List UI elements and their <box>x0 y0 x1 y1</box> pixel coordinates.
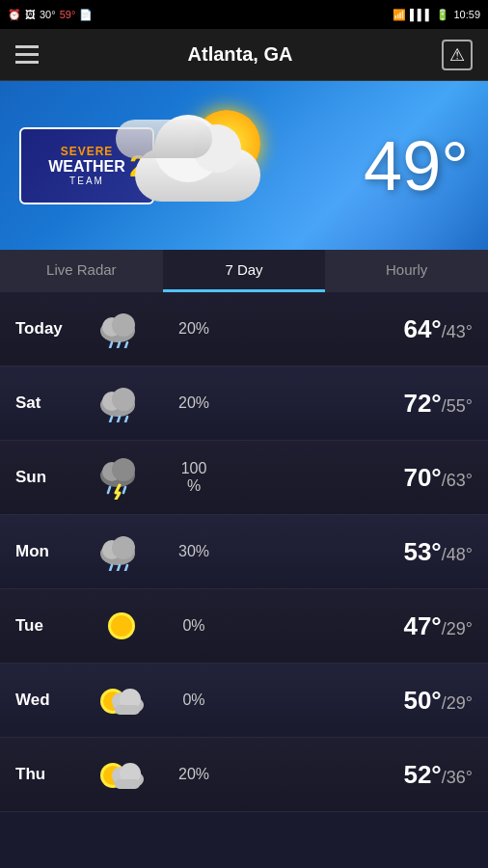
tab-hourly[interactable]: Hourly <box>325 250 488 292</box>
current-temperature: 49° <box>364 126 469 205</box>
photo-icon: 🖼 <box>25 9 36 20</box>
alert-button[interactable]: ⚠ <box>442 40 473 70</box>
menu-button[interactable] <box>15 45 39 64</box>
forecast-weather-icon <box>83 456 160 500</box>
svg-line-15 <box>108 487 110 493</box>
svg-point-19 <box>112 536 135 559</box>
forecast-row[interactable]: Tue 0% 47°/29° <box>0 589 488 664</box>
forecast-precip: 20% <box>160 766 228 783</box>
forecast-temps: 47°/29° <box>228 611 473 641</box>
weather-illustration <box>116 91 309 240</box>
svg-line-22 <box>125 565 127 571</box>
forecast-temps: 70°/63° <box>228 463 473 493</box>
forecast-precip: 20% <box>160 320 228 338</box>
status-temp2: 59° <box>60 9 76 20</box>
forecast-row[interactable]: Sat 20% 72°/55° <box>0 366 488 441</box>
forecast-temps: 53°/48° <box>228 537 473 567</box>
forecast-weather-icon <box>83 310 160 348</box>
menu-line-2 <box>15 53 39 56</box>
forecast-day: Sat <box>15 393 83 413</box>
svg-line-10 <box>118 417 120 422</box>
forecast-row[interactable]: Wed 0% 50°/29° <box>0 664 488 738</box>
forecast-day: Tue <box>15 616 83 636</box>
svg-line-16 <box>123 487 125 493</box>
status-temp1: 30° <box>40 9 56 20</box>
doc-icon: 📄 <box>79 9 93 21</box>
svg-line-11 <box>125 417 127 422</box>
city-title: Atlanta, GA <box>188 43 293 66</box>
logo-team: TEAM <box>69 176 104 186</box>
cloud-icon-2 <box>116 120 212 158</box>
forecast-weather-icon <box>83 603 160 649</box>
forecast-day: Sun <box>15 468 83 487</box>
tab-7-day[interactable]: 7 Day <box>163 250 326 292</box>
tab-7-day-label: 7 Day <box>225 261 262 278</box>
battery-icon: 🔋 <box>436 9 449 21</box>
menu-line-1 <box>15 45 39 48</box>
forecast-temps: 72°/55° <box>228 389 473 419</box>
status-bar: ⏰ 🖼 30° 59° 📄 📶 ▌▌▌ 🔋 10:59 <box>0 0 488 29</box>
forecast-temps: 50°/29° <box>228 686 473 716</box>
status-left: ⏰ 🖼 30° 59° 📄 <box>8 9 93 21</box>
svg-line-9 <box>110 417 112 422</box>
forecast-day: Wed <box>15 691 83 710</box>
tab-hourly-label: Hourly <box>386 261 427 278</box>
svg-point-24 <box>111 615 132 637</box>
tab-live-radar[interactable]: Live Radar <box>0 250 163 292</box>
svg-rect-30 <box>115 705 140 715</box>
svg-point-8 <box>112 388 135 411</box>
weather-hero: SEVERE WEATHER TEAM 2 49° <box>0 81 488 250</box>
forecast-row[interactable]: Mon 30% 53°/48° <box>0 515 488 589</box>
forecast-weather-icon <box>83 754 160 795</box>
signal-icon: ▌▌▌ <box>410 9 432 20</box>
svg-point-14 <box>112 458 135 481</box>
forecast-day: Thu <box>15 765 83 784</box>
clock: 10:59 <box>453 9 480 20</box>
forecast-temps: 64°/43° <box>228 314 473 344</box>
forecast-temps: 52°/36° <box>228 760 473 790</box>
forecast-weather-icon <box>83 532 160 571</box>
svg-rect-36 <box>115 779 140 789</box>
svg-line-5 <box>125 342 127 348</box>
tab-live-radar-label: Live Radar <box>46 261 117 278</box>
forecast-row[interactable]: Sun 100% 70°/63° <box>0 441 488 515</box>
forecast-row[interactable]: Today 20% 64°/43° <box>0 292 488 366</box>
forecast-day: Today <box>15 319 83 339</box>
forecast-precip: 30% <box>160 543 228 560</box>
logo-severe: SEVERE <box>61 145 114 158</box>
forecast-weather-icon <box>83 680 160 720</box>
tabs-bar: Live Radar 7 Day Hourly <box>0 250 488 292</box>
status-right: 📶 ▌▌▌ 🔋 10:59 <box>393 9 480 21</box>
forecast-precip: 0% <box>160 617 228 635</box>
nav-bar: Atlanta, GA ⚠ <box>0 29 488 81</box>
alert-triangle-icon: ⚠ <box>449 44 465 66</box>
logo-weather: WEATHER <box>48 158 125 176</box>
wifi-icon: 📶 <box>393 9 406 21</box>
forecast-weather-icon <box>83 384 160 422</box>
forecast-precip: 0% <box>160 692 228 709</box>
svg-line-20 <box>110 565 112 571</box>
forecast-precip: 20% <box>160 394 228 412</box>
svg-point-2 <box>112 313 135 337</box>
svg-line-3 <box>110 342 112 348</box>
menu-line-3 <box>15 61 39 64</box>
svg-line-21 <box>118 565 120 571</box>
svg-line-4 <box>118 342 120 348</box>
forecast-precip: 100% <box>160 460 228 495</box>
alarm-icon: ⏰ <box>8 9 21 21</box>
forecast-row[interactable]: Thu 20% 52°/36° <box>0 738 488 812</box>
forecast-list: Today 20% 64°/43° Sat 20% 72°/55° Sun <box>0 292 488 812</box>
forecast-day: Mon <box>15 542 83 561</box>
